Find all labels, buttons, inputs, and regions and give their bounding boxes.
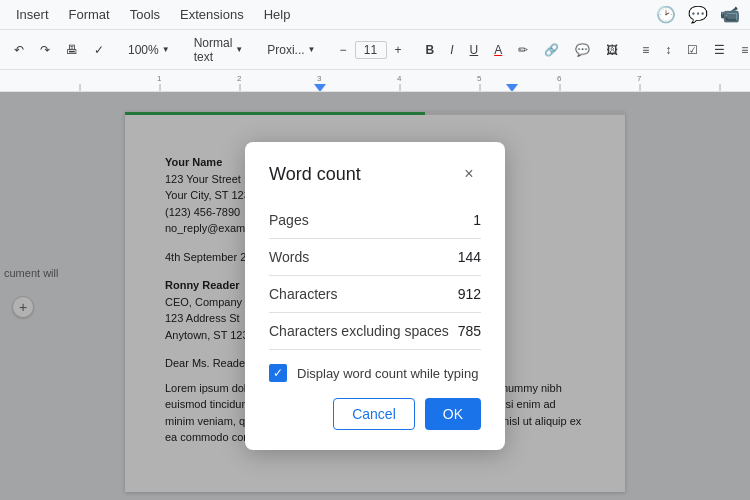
modal-buttons: Cancel OK <box>269 398 481 430</box>
zoom-value: 100% <box>128 43 159 57</box>
zoom-arrow: ▼ <box>162 45 170 54</box>
menu-bar: Insert Format Tools Extensions Help 🕑 💬 … <box>0 0 750 30</box>
link-btn[interactable]: 🔗 <box>538 39 565 61</box>
stat-row-pages: Pages 1 <box>269 202 481 239</box>
checklist-btn[interactable]: ☑ <box>681 39 704 61</box>
line-spacing-btn[interactable]: ↕ <box>659 39 677 61</box>
undo-btn[interactable]: ↶ <box>8 39 30 61</box>
align-btn[interactable]: ≡ <box>636 39 655 61</box>
bold-btn[interactable]: B <box>420 39 441 61</box>
comment-icon[interactable]: 💬 <box>688 4 708 24</box>
svg-text:3: 3 <box>317 74 322 83</box>
stat-row-words: Words 144 <box>269 239 481 276</box>
print-btn[interactable]: 🖶 <box>60 39 84 61</box>
highlight-btn[interactable]: ✏ <box>512 39 534 61</box>
numbered-list-btn[interactable]: ≡ <box>735 39 750 61</box>
font-size-plus[interactable]: + <box>389 39 408 61</box>
svg-text:5: 5 <box>477 74 482 83</box>
stat-label-pages: Pages <box>269 212 309 228</box>
stat-label-words: Words <box>269 249 309 265</box>
toolbar: ↶ ↷ 🖶 ✓ 100% ▼ Normal text ▼ Proxi... ▼ … <box>0 30 750 70</box>
modal-title: Word count <box>269 164 361 185</box>
underline-btn[interactable]: U <box>464 39 485 61</box>
menu-help[interactable]: Help <box>256 3 299 26</box>
menu-insert[interactable]: Insert <box>8 3 57 26</box>
zoom-dropdown[interactable]: 100% ▼ <box>122 40 176 60</box>
svg-text:4: 4 <box>397 74 402 83</box>
font-size-minus[interactable]: − <box>333 39 352 61</box>
redo-btn[interactable]: ↷ <box>34 39 56 61</box>
menu-tools[interactable]: Tools <box>122 3 168 26</box>
top-right-icons: 🕑 💬 📹 <box>656 4 740 24</box>
checkmark-icon: ✓ <box>273 366 283 380</box>
comment-insert-btn[interactable]: 💬 <box>569 39 596 61</box>
stat-label-chars: Characters <box>269 286 337 302</box>
display-count-checkbox[interactable]: ✓ <box>269 364 287 382</box>
history-icon[interactable]: 🕑 <box>656 4 676 24</box>
stat-row-chars-no-spaces: Characters excluding spaces 785 <box>269 313 481 350</box>
stat-value-pages: 1 <box>473 212 481 228</box>
ok-button[interactable]: OK <box>425 398 481 430</box>
font-value: Proxi... <box>267 43 304 57</box>
word-count-modal: Word count × Pages 1 Words 144 Character… <box>245 142 505 450</box>
stat-row-chars: Characters 912 <box>269 276 481 313</box>
menu-extensions[interactable]: Extensions <box>172 3 252 26</box>
stat-label-chars-no-spaces: Characters excluding spaces <box>269 323 449 339</box>
stat-value-chars-no-spaces: 785 <box>458 323 481 339</box>
modal-overlay: Word count × Pages 1 Words 144 Character… <box>0 92 750 500</box>
cancel-button[interactable]: Cancel <box>333 398 415 430</box>
ruler-svg: 1 2 3 4 5 6 7 <box>0 70 750 92</box>
italic-btn[interactable]: I <box>444 39 459 61</box>
style-arrow: ▼ <box>235 45 243 54</box>
video-icon[interactable]: 📹 <box>720 4 740 24</box>
spellcheck-btn[interactable]: ✓ <box>88 39 110 61</box>
font-size-value[interactable]: 11 <box>355 41 387 59</box>
font-arrow: ▼ <box>308 45 316 54</box>
svg-text:1: 1 <box>157 74 162 83</box>
svg-text:7: 7 <box>637 74 642 83</box>
font-size-control: − 11 + <box>333 39 407 61</box>
stat-value-words: 144 <box>458 249 481 265</box>
menu-format[interactable]: Format <box>61 3 118 26</box>
modal-close-button[interactable]: × <box>457 162 481 186</box>
checkbox-label: Display word count while typing <box>297 366 478 381</box>
doc-area: + cument will Your Name 123 Your Street … <box>0 92 750 500</box>
stat-value-chars: 912 <box>458 286 481 302</box>
svg-text:2: 2 <box>237 74 242 83</box>
bullet-btn[interactable]: ☰ <box>708 39 731 61</box>
font-dropdown[interactable]: Proxi... ▼ <box>261 40 321 60</box>
image-btn[interactable]: 🖼 <box>600 39 624 61</box>
checkbox-row: ✓ Display word count while typing <box>269 364 481 382</box>
modal-header: Word count × <box>269 162 481 186</box>
text-color-btn[interactable]: A <box>488 39 508 61</box>
style-dropdown[interactable]: Normal text ▼ <box>188 33 250 67</box>
style-value: Normal text <box>194 36 233 64</box>
svg-text:6: 6 <box>557 74 562 83</box>
ruler: 1 2 3 4 5 6 7 <box>0 70 750 92</box>
